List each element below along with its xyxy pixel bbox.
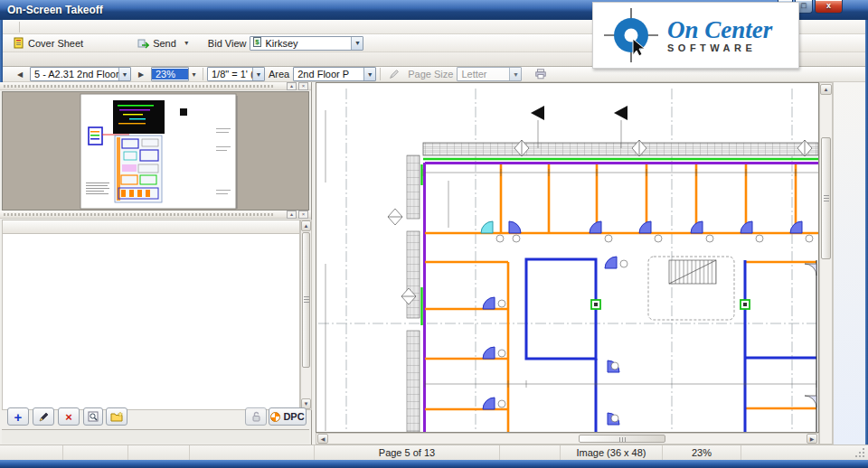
conditions-pane-header[interactable]: ▴ × — [0, 211, 311, 219]
page-size-caret[interactable]: ▼ — [509, 68, 521, 80]
send-button[interactable]: Send — [132, 35, 182, 51]
scroll-right-icon[interactable]: ▶ — [807, 434, 817, 444]
cover-sheet-button[interactable]: Cover Sheet — [8, 35, 89, 51]
oncenter-logo: On Center SOFTWARE — [592, 2, 799, 69]
status-bar: Page 5 of 13 Image (36 x 48) 23% — [0, 445, 868, 460]
oncenter-logo-icon — [602, 6, 660, 64]
add-condition-button[interactable]: + — [7, 407, 29, 426]
drawing-vscrollbar[interactable]: ▲ — [819, 82, 833, 445]
scroll-up-icon[interactable]: ▲ — [820, 84, 832, 95]
page-selector[interactable]: 5 - A2.31 2nd Floor ▼ — [30, 67, 131, 81]
left-panel: ▴ × — [0, 82, 312, 445]
page-size-select[interactable]: Letter ▼ — [457, 67, 522, 81]
resize-grip[interactable] — [855, 447, 866, 458]
bid-view-caret[interactable]: ▼ — [351, 37, 363, 50]
logo-wordmark: On Center — [667, 18, 772, 42]
scrollbar-thumb[interactable] — [302, 232, 310, 368]
window-title: On-Screen Takeoff — [7, 4, 103, 16]
pane-grip — [4, 213, 275, 216]
main-region: ▴ × — [0, 82, 868, 445]
image-toolbar: ◀ 5 - A2.31 2nd Floor ▼ ▶ 23% ▾ 1/8" = 1… — [3, 67, 865, 82]
page-selector-caret[interactable]: ▼ — [118, 68, 130, 80]
image-tools-sidebar — [833, 82, 865, 445]
drawing-viewport[interactable] — [316, 82, 819, 433]
edit-condition-button[interactable] — [33, 407, 54, 426]
bid-view-select[interactable]: $ Kirksey ▼ — [250, 36, 363, 51]
send-dropdown-caret[interactable]: ▾ — [182, 35, 192, 51]
pane-close-icon[interactable]: × — [298, 211, 308, 219]
sheet-thumbnail[interactable] — [2, 91, 309, 211]
scrollbar-thumb[interactable] — [821, 137, 831, 259]
window-border-bottom — [0, 460, 868, 468]
bid-icon: $ — [253, 37, 261, 49]
status-zoom: 23% — [663, 445, 741, 460]
delete-condition-button[interactable]: × — [58, 407, 80, 426]
send-icon — [137, 38, 149, 49]
floorplan-drawing[interactable] — [316, 83, 818, 433]
pane-grip — [4, 85, 275, 88]
thumbnail-pane-header[interactable]: ▴ × — [0, 82, 311, 90]
conditions-header[interactable] — [2, 220, 300, 234]
scroll-left-icon[interactable]: ◀ — [317, 434, 328, 444]
next-page-button[interactable]: ▶ — [132, 67, 150, 82]
app-window: On-Screen Takeoff — □ x Cover Sheet Send… — [0, 0, 868, 468]
dpc-button[interactable]: DPC — [269, 407, 307, 426]
svg-text:$: $ — [256, 38, 260, 46]
zoom-level-field[interactable]: 23% — [151, 67, 189, 81]
bid-view-label: Bid View — [204, 38, 250, 49]
close-button[interactable]: x — [815, 0, 843, 14]
drawing-hscrollbar[interactable]: ◀ ▶ — [316, 433, 819, 445]
print-page-button[interactable] — [532, 67, 550, 82]
lock-button[interactable] — [245, 407, 267, 426]
conditions-list — [2, 234, 300, 410]
thumbnail-plan — [3, 92, 309, 210]
logo-subtitle: SOFTWARE — [667, 42, 772, 53]
panel-footer-tabs — [2, 429, 309, 444]
pane-expand-icon[interactable]: ▴ — [287, 211, 297, 219]
zoom-level-caret[interactable]: ▾ — [189, 67, 199, 82]
cover-sheet-icon — [14, 37, 24, 49]
scroll-up-icon[interactable]: ▲ — [301, 220, 311, 231]
annotate-pencil-button[interactable] — [385, 67, 403, 82]
scrollbar-thumb[interactable] — [579, 435, 665, 443]
new-folder-button[interactable] — [106, 407, 127, 426]
dpc-icon — [270, 412, 280, 422]
area-label: Area — [265, 69, 293, 80]
scale-select[interactable]: 1/8" = 1' ( ▼ — [207, 67, 265, 81]
page-size-label: Page Size — [404, 69, 457, 80]
pane-expand-icon[interactable]: ▴ — [287, 82, 297, 90]
pane-close-icon[interactable]: × — [298, 82, 308, 90]
menu-separator — [19, 22, 20, 33]
area-caret[interactable]: ▼ — [363, 68, 375, 80]
status-image-size: Image (36 x 48) — [561, 445, 663, 460]
scale-caret[interactable]: ▼ — [252, 68, 264, 80]
conditions-scrollbar[interactable]: ▲ ▼ — [300, 220, 312, 410]
find-condition-button[interactable] — [83, 407, 103, 426]
area-select[interactable]: 2nd Floor P ▼ — [293, 67, 376, 81]
previous-page-button[interactable]: ◀ — [11, 67, 29, 82]
status-page: Page 5 of 13 — [315, 445, 500, 460]
